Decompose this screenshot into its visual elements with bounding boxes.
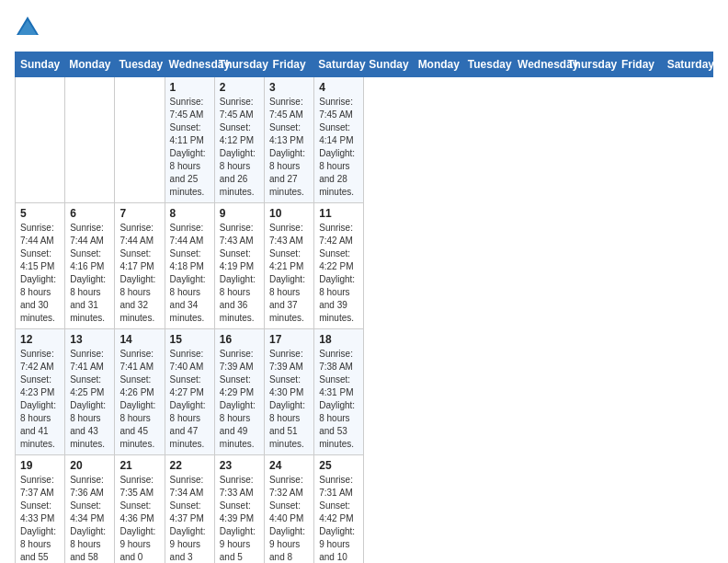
day-info: Sunrise: 7:40 AM Sunset: 4:27 PM Dayligh… [170,348,210,451]
day-header-monday: Monday [65,52,115,77]
day-number: 24 [269,459,309,472]
day-number: 9 [220,207,259,220]
day-info: Sunrise: 7:44 AM Sunset: 4:17 PM Dayligh… [119,222,159,325]
calendar-cell [65,77,115,203]
day-info: Sunrise: 7:44 AM Sunset: 4:18 PM Dayligh… [170,222,210,325]
day-number: 10 [269,207,309,220]
calendar-cell [115,77,165,203]
day-info: Sunrise: 7:42 AM Sunset: 4:22 PM Dayligh… [319,222,358,325]
day-number: 7 [119,207,159,220]
day-header-saturday: Saturday [314,52,364,77]
day-info: Sunrise: 7:36 AM Sunset: 4:34 PM Dayligh… [70,474,109,563]
calendar-cell [16,77,65,203]
calendar-cell: 3Sunrise: 7:45 AM Sunset: 4:13 PM Daylig… [265,77,314,203]
calendar-cell: 16Sunrise: 7:39 AM Sunset: 4:29 PM Dayli… [214,329,264,455]
calendar-cell: 22Sunrise: 7:34 AM Sunset: 4:37 PM Dayli… [165,455,214,564]
day-info: Sunrise: 7:38 AM Sunset: 4:31 PM Dayligh… [319,348,358,451]
day-info: Sunrise: 7:42 AM Sunset: 4:23 PM Dayligh… [20,348,60,451]
day-info: Sunrise: 7:45 AM Sunset: 4:14 PM Dayligh… [319,96,358,199]
calendar-cell: 13Sunrise: 7:41 AM Sunset: 4:25 PM Dayli… [65,329,115,455]
day-header-sunday: Sunday [16,52,65,77]
day-info: Sunrise: 7:45 AM Sunset: 4:12 PM Dayligh… [220,96,259,199]
day-info: Sunrise: 7:41 AM Sunset: 4:26 PM Dayligh… [119,348,159,451]
day-header-tuesday: Tuesday [463,52,513,77]
calendar-cell: 10Sunrise: 7:43 AM Sunset: 4:21 PM Dayli… [265,203,314,329]
day-header-sunday: Sunday [364,52,414,77]
day-header-tuesday: Tuesday [115,52,165,77]
calendar-cell: 25Sunrise: 7:31 AM Sunset: 4:42 PM Dayli… [314,455,364,564]
day-info: Sunrise: 7:39 AM Sunset: 4:30 PM Dayligh… [269,348,309,451]
day-number: 12 [20,333,60,346]
calendar-cell: 5Sunrise: 7:44 AM Sunset: 4:15 PM Daylig… [16,203,65,329]
day-number: 4 [319,81,358,94]
day-info: Sunrise: 7:32 AM Sunset: 4:40 PM Dayligh… [269,474,309,563]
day-number: 23 [220,459,259,472]
day-header-saturday: Saturday [663,52,712,77]
calendar-header-row: SundayMondayTuesdayWednesdayThursdayFrid… [16,52,713,77]
calendar-cell: 18Sunrise: 7:38 AM Sunset: 4:31 PM Dayli… [314,329,364,455]
calendar-cell: 8Sunrise: 7:44 AM Sunset: 4:18 PM Daylig… [165,203,214,329]
calendar-cell: 12Sunrise: 7:42 AM Sunset: 4:23 PM Dayli… [16,329,65,455]
day-info: Sunrise: 7:45 AM Sunset: 4:13 PM Dayligh… [269,96,309,199]
calendar-cell: 21Sunrise: 7:35 AM Sunset: 4:36 PM Dayli… [115,455,165,564]
calendar-cell: 23Sunrise: 7:33 AM Sunset: 4:39 PM Dayli… [214,455,264,564]
day-header-friday: Friday [265,52,314,77]
calendar-cell: 11Sunrise: 7:42 AM Sunset: 4:22 PM Dayli… [314,203,364,329]
day-number: 25 [319,459,358,472]
week-row-1: 1Sunrise: 7:45 AM Sunset: 4:11 PM Daylig… [16,77,713,203]
day-number: 18 [319,333,358,346]
calendar-cell: 1Sunrise: 7:45 AM Sunset: 4:11 PM Daylig… [165,77,214,203]
day-number: 19 [20,459,60,472]
week-row-4: 19Sunrise: 7:37 AM Sunset: 4:33 PM Dayli… [16,455,713,564]
day-info: Sunrise: 7:34 AM Sunset: 4:37 PM Dayligh… [170,474,210,563]
day-info: Sunrise: 7:43 AM Sunset: 4:21 PM Dayligh… [269,222,309,325]
day-info: Sunrise: 7:43 AM Sunset: 4:19 PM Dayligh… [220,222,259,325]
day-number: 5 [20,207,60,220]
day-number: 21 [119,459,159,472]
day-header-thursday: Thursday [563,52,613,77]
week-row-2: 5Sunrise: 7:44 AM Sunset: 4:15 PM Daylig… [16,203,713,329]
day-number: 22 [170,459,210,472]
day-header-wednesday: Wednesday [514,52,563,77]
page-header [15,15,713,40]
day-header-monday: Monday [414,52,463,77]
day-number: 16 [220,333,259,346]
day-number: 11 [319,207,358,220]
calendar-cell: 20Sunrise: 7:36 AM Sunset: 4:34 PM Dayli… [65,455,115,564]
day-info: Sunrise: 7:39 AM Sunset: 4:29 PM Dayligh… [220,348,259,451]
day-number: 1 [170,81,210,94]
calendar-cell: 4Sunrise: 7:45 AM Sunset: 4:14 PM Daylig… [314,77,364,203]
calendar-cell: 6Sunrise: 7:44 AM Sunset: 4:16 PM Daylig… [65,203,115,329]
day-info: Sunrise: 7:41 AM Sunset: 4:25 PM Dayligh… [70,348,109,451]
day-number: 14 [119,333,159,346]
day-info: Sunrise: 7:44 AM Sunset: 4:15 PM Dayligh… [20,222,60,325]
day-info: Sunrise: 7:44 AM Sunset: 4:16 PM Dayligh… [70,222,109,325]
day-number: 15 [170,333,210,346]
day-info: Sunrise: 7:45 AM Sunset: 4:11 PM Dayligh… [170,96,210,199]
day-number: 8 [170,207,210,220]
calendar-cell: 19Sunrise: 7:37 AM Sunset: 4:33 PM Dayli… [16,455,65,564]
day-number: 6 [70,207,109,220]
week-row-3: 12Sunrise: 7:42 AM Sunset: 4:23 PM Dayli… [16,329,713,455]
day-number: 2 [220,81,259,94]
calendar-table: SundayMondayTuesdayWednesdayThursdayFrid… [15,52,713,563]
day-header-wednesday: Wednesday [165,52,214,77]
day-info: Sunrise: 7:37 AM Sunset: 4:33 PM Dayligh… [20,474,60,563]
day-number: 13 [70,333,109,346]
day-number: 17 [269,333,309,346]
calendar-cell: 14Sunrise: 7:41 AM Sunset: 4:26 PM Dayli… [115,329,165,455]
logo-icon [15,15,40,40]
calendar-cell: 15Sunrise: 7:40 AM Sunset: 4:27 PM Dayli… [165,329,214,455]
day-header-thursday: Thursday [214,52,264,77]
day-number: 3 [269,81,309,94]
calendar-cell: 24Sunrise: 7:32 AM Sunset: 4:40 PM Dayli… [265,455,314,564]
day-header-friday: Friday [613,52,663,77]
logo [15,15,44,40]
day-info: Sunrise: 7:33 AM Sunset: 4:39 PM Dayligh… [220,474,259,563]
day-info: Sunrise: 7:31 AM Sunset: 4:42 PM Dayligh… [319,474,358,563]
calendar-cell: 7Sunrise: 7:44 AM Sunset: 4:17 PM Daylig… [115,203,165,329]
calendar-cell: 2Sunrise: 7:45 AM Sunset: 4:12 PM Daylig… [214,77,264,203]
day-info: Sunrise: 7:35 AM Sunset: 4:36 PM Dayligh… [119,474,159,563]
day-number: 20 [70,459,109,472]
calendar-cell: 17Sunrise: 7:39 AM Sunset: 4:30 PM Dayli… [265,329,314,455]
